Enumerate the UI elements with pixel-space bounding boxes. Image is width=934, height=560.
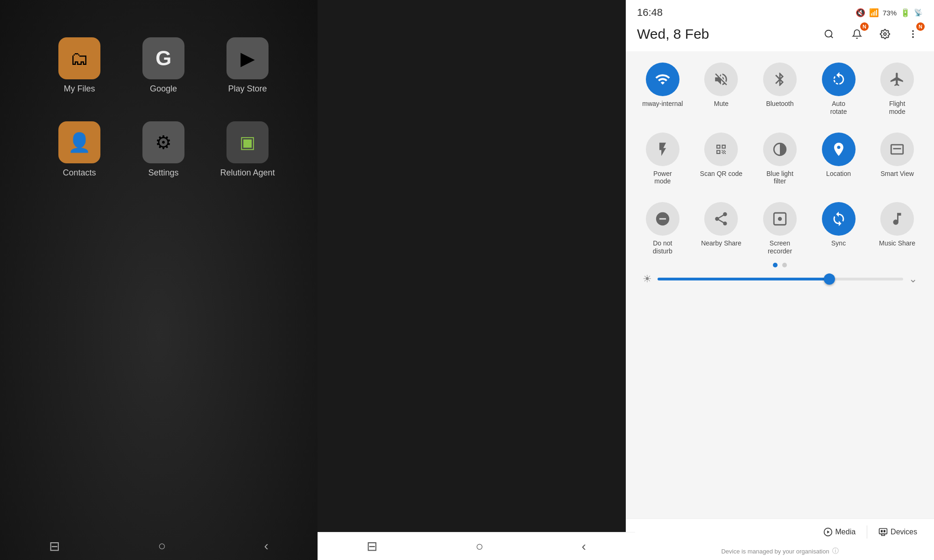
panel-date: Wed, 8 Feb: [637, 26, 709, 42]
wifi-status-icon: 📶: [869, 8, 879, 18]
settings-button[interactable]: [875, 24, 895, 44]
app-label-google: Google: [150, 84, 177, 94]
bottom-nav-left: ⊟ ○ ‹: [0, 532, 318, 560]
app-play-store[interactable]: ▶ Play Store: [215, 37, 280, 103]
managed-text-row: Device is managed by your organisation ⓘ: [626, 545, 934, 560]
tile-icon-music-share: [880, 202, 914, 236]
tile-mway-internal[interactable]: mway-internal: [636, 63, 689, 116]
tile-label-smart-view: Smart View: [881, 170, 914, 178]
tile-screen-recorder[interactable]: Screen recorder: [753, 202, 807, 255]
tile-icon-nearby-share: [704, 202, 738, 236]
tile-label-music-share: Music Share: [879, 239, 915, 247]
tile-icon-smart-view: [880, 133, 914, 166]
app-label-contacts: Contacts: [63, 168, 96, 178]
panel-header: Wed, 8 Feb N N: [626, 21, 934, 51]
tile-label-nearby-share: Nearby Share: [701, 239, 741, 247]
home-button-right[interactable]: ○: [471, 534, 488, 559]
app-label-settings: Settings: [148, 168, 178, 178]
tile-sync[interactable]: Sync: [812, 202, 865, 255]
tile-icon-auto-rotate: [822, 63, 856, 96]
tile-flight-mode[interactable]: Flight mode: [870, 63, 924, 116]
panel-header-icons: N N: [819, 24, 923, 44]
status-bar: 16:48 🔇 📶 73% 🔋 📡: [626, 0, 934, 21]
back-button-right[interactable]: ‹: [577, 534, 591, 559]
app-icon-relution: ▣: [226, 121, 269, 163]
tile-scan-qr[interactable]: Scan QR code: [694, 133, 748, 186]
svg-point-5: [912, 36, 914, 38]
tile-icon-power-mode: [646, 133, 679, 166]
notification-badge: N: [860, 22, 869, 31]
tile-label-scan-qr: Scan QR code: [700, 170, 743, 178]
app-label-my-files: My Files: [64, 84, 95, 94]
svg-point-4: [912, 33, 914, 35]
tile-label-screen-recorder: Screen recorder: [768, 239, 792, 255]
tile-smart-view[interactable]: Smart View: [870, 133, 924, 186]
svg-rect-12: [881, 530, 883, 532]
app-contacts[interactable]: 👤 Contacts: [47, 121, 112, 187]
tile-dnd[interactable]: Do not disturb: [636, 202, 689, 255]
tile-nearby-share[interactable]: Nearby Share: [694, 202, 748, 255]
notification-bell-button[interactable]: N: [847, 24, 867, 44]
svg-point-3: [912, 30, 914, 32]
app-icon-my-files: 🗂: [58, 37, 100, 79]
tile-label-flight-mode: Flight mode: [889, 100, 906, 116]
tile-label-auto-rotate: Auto rotate: [830, 100, 847, 116]
app-my-files[interactable]: 🗂 My Files: [47, 37, 112, 103]
tile-label-mute: Mute: [714, 100, 729, 108]
tile-bluetooth[interactable]: Bluetooth: [753, 63, 807, 116]
tile-mute[interactable]: Mute: [694, 63, 748, 116]
app-grid: 🗂 My Files G Google ▶ Play Store 👤 Conta…: [47, 37, 280, 187]
tile-location[interactable]: Location: [812, 133, 865, 186]
svg-point-2: [884, 33, 886, 35]
tiles-row-2: Power mode Scan QR code Blue light filte…: [633, 133, 927, 186]
tile-icon-mway-internal: [646, 63, 679, 96]
brightness-slider[interactable]: [658, 278, 903, 280]
recents-button[interactable]: ⊟: [44, 534, 64, 559]
notification-panel: 16:48 🔇 📶 73% 🔋 📡 Wed, 8 Feb N N: [626, 0, 934, 560]
app-settings[interactable]: ⚙ Settings: [131, 121, 196, 187]
mute-status-icon: 🔇: [856, 8, 865, 18]
tile-icon-dnd: [646, 202, 679, 236]
tile-icon-flight-mode: [880, 63, 914, 96]
more-options-button[interactable]: N: [903, 24, 923, 44]
tile-icon-sync: [822, 202, 856, 236]
tile-icon-bluetooth: [763, 63, 797, 96]
search-button[interactable]: [819, 24, 839, 44]
home-button[interactable]: ○: [153, 534, 170, 558]
tile-label-bluetooth: Bluetooth: [766, 100, 793, 108]
tile-power-mode[interactable]: Power mode: [636, 133, 689, 186]
tile-label-dnd: Do not disturb: [653, 239, 672, 255]
status-time: 16:48: [637, 7, 663, 19]
tiles-row-1: mway-internal Mute Bluetooth: [633, 63, 927, 116]
tile-auto-rotate[interactable]: Auto rotate: [812, 63, 865, 116]
tile-label-sync: Sync: [831, 239, 846, 247]
tile-label-power-mode: Power mode: [653, 170, 672, 186]
tile-blue-light[interactable]: Blue light filter: [753, 133, 807, 186]
tiles-row-3: Do not disturb Nearby Share Screen recor…: [633, 202, 927, 255]
bottom-nav-panel: ⊟ ○ ‹: [318, 532, 635, 560]
app-google[interactable]: G Google: [131, 37, 196, 103]
devices-label: Devices: [891, 528, 917, 536]
battery-icon: 🔋: [900, 8, 910, 18]
devices-button[interactable]: Devices: [871, 524, 925, 540]
app-icon-google: G: [142, 37, 184, 79]
pagination-dots: [633, 263, 927, 267]
tile-icon-scan-qr: [704, 133, 738, 166]
brightness-expand-icon[interactable]: ⌄: [909, 273, 917, 285]
recents-button-right[interactable]: ⊟: [362, 534, 382, 559]
dot-2: [782, 263, 787, 267]
svg-point-0: [825, 30, 832, 37]
info-icon: ⓘ: [832, 547, 839, 555]
panel-footer: Media Devices: [626, 518, 934, 545]
brightness-thumb[interactable]: [824, 273, 835, 285]
tile-icon-screen-recorder: [763, 202, 797, 236]
app-relution-agent[interactable]: ▣ Relution Agent: [215, 121, 280, 187]
app-label-play-store: Play Store: [228, 84, 267, 94]
brightness-sun-icon: ☀: [643, 273, 652, 285]
battery-percent: 73%: [883, 9, 897, 17]
managed-text: Device is managed by your organisation: [721, 548, 829, 555]
app-icon-settings: ⚙: [142, 121, 184, 163]
media-button[interactable]: Media: [816, 524, 863, 540]
back-button[interactable]: ‹: [260, 534, 273, 558]
tile-music-share[interactable]: Music Share: [870, 202, 924, 255]
